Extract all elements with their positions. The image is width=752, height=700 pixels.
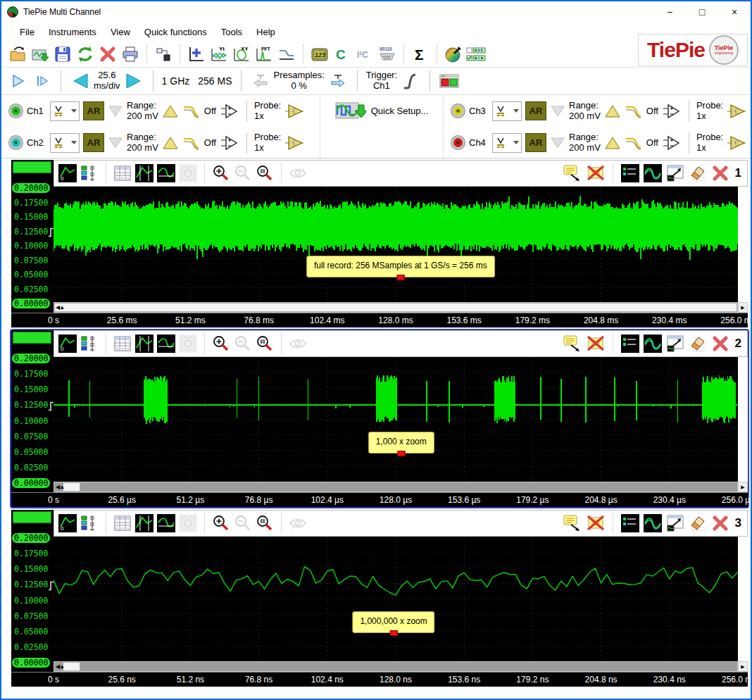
sum-icon[interactable]: Σ — [410, 44, 431, 65]
minimize-button[interactable]: − — [653, 1, 686, 23]
save-icon[interactable] — [52, 44, 73, 65]
add-comment-icon[interactable] — [563, 334, 583, 354]
open-in-window-icon[interactable] — [665, 334, 685, 354]
coupling-select[interactable] — [492, 133, 522, 153]
bandwidth-filter-icon[interactable] — [625, 135, 643, 151]
probe-gain-icon[interactable] — [284, 104, 304, 119]
range-down-icon[interactable] — [550, 105, 565, 118]
waveform-plot[interactable]: full record: 256 MSamples at 1 GS/s = 25… — [54, 187, 738, 302]
zoom-region-icon[interactable] — [178, 513, 198, 533]
differential-input-icon[interactable] — [220, 103, 239, 120]
measurements-table-icon[interactable] — [113, 513, 132, 533]
waveform-plot[interactable]: 1,000,000 x zoom — [54, 537, 738, 661]
range-up-icon[interactable] — [604, 136, 621, 150]
comment-tooltip[interactable]: 1,000 x zoom — [368, 432, 434, 454]
fft-graph-icon[interactable]: FFT — [253, 44, 275, 65]
delete-comments-icon[interactable] — [586, 163, 606, 183]
zoom-in-icon[interactable] — [211, 334, 231, 354]
add-comment-icon[interactable] — [563, 513, 583, 533]
close-graph-icon[interactable] — [710, 163, 730, 183]
axis-zero-icon[interactable]: 0 — [58, 334, 77, 354]
horizontal-scrollbar[interactable]: ◀▲ — [54, 482, 738, 492]
zoom-one-to-one-icon[interactable] — [255, 163, 275, 183]
open-in-window-icon[interactable] — [665, 163, 685, 183]
range-up-icon[interactable] — [162, 136, 179, 150]
measurements-table-icon[interactable] — [113, 163, 132, 183]
sample-clock[interactable]: 1 GHz — [162, 75, 190, 87]
timebase-slower-icon[interactable] — [70, 70, 91, 92]
horizontal-scrollbar[interactable]: ◀▲ — [54, 302, 738, 313]
menu-item-file[interactable]: File — [13, 27, 42, 37]
horizontal-cursors-icon[interactable] — [156, 334, 176, 354]
bandwidth-filter-icon[interactable] — [182, 104, 201, 119]
refresh-icon[interactable] — [75, 44, 96, 65]
menu-item-instruments[interactable]: Instruments — [42, 27, 104, 37]
vertical-cursors-icon[interactable] — [134, 163, 154, 183]
print-icon[interactable] — [120, 44, 141, 65]
axis-zero-icon[interactable]: 0 — [58, 163, 77, 183]
channel-led[interactable] — [11, 106, 20, 115]
visibility-eye-icon[interactable] — [288, 334, 308, 354]
yt-graph-icon[interactable]: Yt — [208, 44, 230, 65]
trigger-slope-icon[interactable] — [400, 70, 421, 92]
eraser-icon[interactable] — [688, 334, 708, 354]
scroll-right-icon[interactable]: ▶ — [738, 661, 748, 672]
probe-gain-icon[interactable] — [727, 135, 746, 151]
zoom-out-icon[interactable] — [233, 334, 253, 354]
waveform-plot[interactable]: 1,000 x zoom — [54, 357, 738, 482]
maximize-button[interactable]: □ — [686, 1, 718, 23]
close-graph-icon[interactable] — [710, 334, 730, 354]
close-button[interactable]: × — [718, 1, 751, 23]
range-down-icon[interactable] — [108, 137, 123, 149]
zoom-in-icon[interactable] — [211, 513, 231, 533]
channel-led[interactable] — [453, 138, 463, 147]
axis-zero-icon[interactable]: 0 — [58, 513, 77, 533]
channel-led[interactable] — [453, 106, 463, 115]
zoom-out-icon[interactable] — [233, 163, 253, 183]
y-axis[interactable]: 0.200000.175000.150000.125000.100000.075… — [11, 357, 54, 492]
scope-c-icon[interactable]: C — [332, 44, 353, 65]
measurements-table-icon[interactable] — [113, 334, 132, 354]
scroll-home-icon[interactable]: ◀▲ — [56, 303, 64, 312]
add-comment-icon[interactable] — [563, 163, 583, 183]
scroll-right-icon[interactable]: ▶ — [738, 302, 748, 313]
measurement-graph-icon[interactable] — [276, 44, 297, 65]
coupling-select[interactable] — [50, 133, 80, 153]
channel-offsets-icon[interactable] — [80, 334, 99, 354]
delete-comments-icon[interactable] — [586, 513, 606, 533]
probe-gain-icon[interactable] — [284, 135, 304, 151]
presamples-decrease-icon[interactable] — [250, 70, 271, 92]
export-waveform-icon[interactable] — [30, 44, 51, 65]
trace-colors-icon[interactable] — [643, 513, 663, 533]
trace-colors-icon[interactable] — [643, 163, 663, 183]
horizontal-scrollbar[interactable]: ◀▲ — [54, 661, 738, 672]
scrollbar-thumb[interactable] — [63, 662, 80, 671]
autoranging-button[interactable]: AR — [525, 101, 546, 120]
range-up-icon[interactable] — [604, 104, 621, 118]
xy-graph-icon[interactable]: XY — [231, 44, 252, 65]
presamples-increase-icon[interactable] — [327, 70, 349, 92]
coupling-select[interactable] — [50, 101, 80, 121]
visibility-eye-icon[interactable] — [288, 163, 308, 183]
range-up-icon[interactable] — [162, 104, 179, 118]
delete-comments-icon[interactable] — [586, 334, 606, 354]
meter-icon[interactable]: 123 — [309, 44, 330, 65]
open-in-window-icon[interactable] — [665, 513, 685, 533]
autoranging-button[interactable]: AR — [525, 133, 546, 152]
scroll-home-icon[interactable]: ◀▲ — [56, 482, 64, 492]
scrollbar-thumb[interactable] — [63, 482, 80, 492]
menu-item-tools[interactable]: Tools — [214, 27, 249, 37]
quick-setup-button[interactable]: Quick Setup... — [335, 101, 429, 120]
zoom-region-icon[interactable] — [178, 163, 198, 183]
y-axis[interactable]: 0.200000.175000.150000.125000.100000.075… — [11, 187, 54, 313]
zoom-out-icon[interactable] — [233, 513, 253, 533]
add-graph-icon[interactable] — [186, 44, 207, 65]
y-axis[interactable]: 0.200000.175000.150000.125000.100000.075… — [11, 537, 54, 672]
probe-gain-icon[interactable] — [727, 104, 746, 119]
differential-input-icon[interactable] — [662, 135, 682, 151]
comment-tooltip[interactable]: full record: 256 MSamples at 1 GS/s = 25… — [306, 256, 495, 277]
zoom-one-to-one-icon[interactable] — [255, 334, 275, 354]
autoranging-button[interactable]: AR — [83, 133, 104, 152]
open-icon[interactable] — [7, 44, 28, 65]
coupling-select[interactable] — [492, 101, 522, 121]
